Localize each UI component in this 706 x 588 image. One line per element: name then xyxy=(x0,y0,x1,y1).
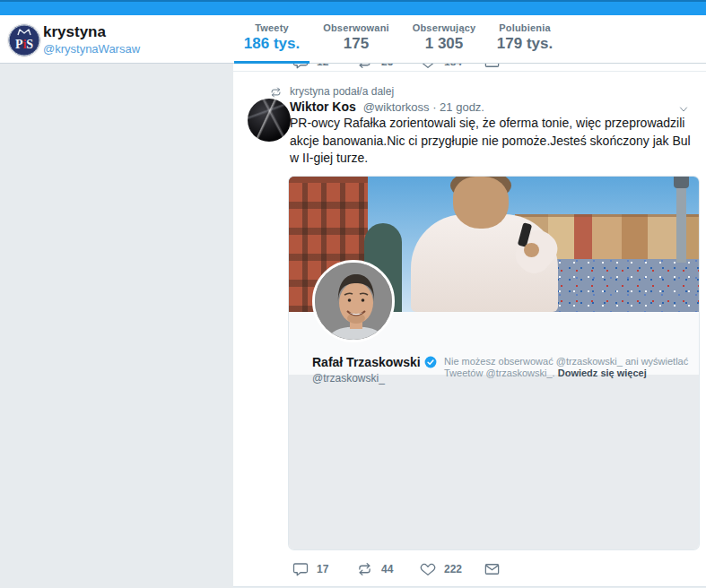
tab-followers[interactable]: Obserwujący 1 305 xyxy=(404,22,484,53)
profile-header: PiS krystyna @krystynaWarsaw Tweety 186 … xyxy=(0,15,706,64)
verified-badge-icon xyxy=(424,356,437,368)
profile-card-handle: @trzaskowski_ xyxy=(312,372,385,385)
tweet-text: PR-owcy Rafałka zorientowali się, że ofe… xyxy=(290,115,696,168)
tab-followers-value: 1 305 xyxy=(404,35,484,53)
learn-more-link[interactable]: Dowiedz się więcej xyxy=(558,368,647,378)
reply-button[interactable]: 12 xyxy=(292,64,356,70)
tab-tweets[interactable]: Tweety 186 tys. xyxy=(234,22,309,53)
reply-count: 17 xyxy=(317,563,328,575)
reply-icon xyxy=(292,561,309,577)
retweet-button[interactable]: 44 xyxy=(356,561,420,577)
profile-banner-edge xyxy=(0,0,706,15)
dm-envelope-icon xyxy=(484,561,501,577)
tab-likes-value: 179 tys. xyxy=(484,35,565,53)
twitter-profile-page: PiS krystyna @krystynaWarsaw Tweety 186 … xyxy=(0,0,706,588)
svg-text:PiS: PiS xyxy=(15,38,33,51)
like-button[interactable]: 184 xyxy=(420,64,484,70)
previous-tweet-clipped-actions: 12 25 184 xyxy=(233,64,706,71)
blocked-notice: Nie możesz obserwować @trzaskowski_ ani … xyxy=(444,356,698,379)
profile-name[interactable]: krystyna xyxy=(43,23,106,41)
tweet-author-meta[interactable]: @wiktorkoss · 21 godz. xyxy=(363,100,484,114)
tweet-author-avatar[interactable] xyxy=(248,99,291,142)
tab-likes[interactable]: Polubienia 179 tys. xyxy=(484,22,565,53)
dm-button[interactable] xyxy=(484,64,547,70)
retweet-button[interactable]: 25 xyxy=(356,64,420,70)
profile-card-avatar[interactable] xyxy=(312,260,395,342)
retweet-icon xyxy=(356,561,373,577)
tab-following-value: 175 xyxy=(316,35,397,53)
banner-speaker-head xyxy=(453,177,509,229)
banner-column-monument xyxy=(676,177,686,263)
tweet-action-bar: 17 44 222 xyxy=(292,560,633,578)
retweet-count: 25 xyxy=(381,64,393,68)
tab-tweets-value: 186 tys. xyxy=(234,35,309,53)
like-count: 222 xyxy=(444,563,462,575)
timeline: 12 25 184 krystyna podał/a dalej W xyxy=(233,64,706,588)
tab-followers-label: Obserwujący xyxy=(404,22,484,33)
pis-logo-icon: PiS xyxy=(8,24,40,56)
like-heart-icon xyxy=(420,64,436,70)
dm-button[interactable] xyxy=(484,561,547,577)
page-background-rail xyxy=(0,64,233,588)
quoted-profile-card[interactable]: Rafał Trzaskowski @trzaskowski_ Nie może… xyxy=(289,177,699,549)
tweet-header: Wiktor Kos @wiktorkoss · 21 godz. xyxy=(290,99,484,114)
tweet-author-name[interactable]: Wiktor Kos xyxy=(290,99,356,114)
like-heart-icon xyxy=(420,561,436,577)
tab-likes-label: Polubienia xyxy=(484,22,565,33)
profile-card-name[interactable]: Rafał Trzaskowski xyxy=(312,355,421,369)
tab-following[interactable]: Obserwowani 175 xyxy=(316,22,397,53)
banner-speaker-hand xyxy=(524,243,539,257)
profile-handle[interactable]: @krystynaWarsaw xyxy=(43,42,140,56)
profile-avatar[interactable]: PiS xyxy=(8,24,40,56)
tab-tweets-label: Tweety xyxy=(234,22,309,33)
banner-statue xyxy=(674,177,689,188)
retweet-count: 44 xyxy=(381,563,393,575)
retweet-icon xyxy=(356,64,373,70)
tweet-separator xyxy=(233,71,706,72)
retweet-context-icon xyxy=(269,86,283,99)
like-count: 184 xyxy=(444,64,462,68)
tab-following-label: Obserwowani xyxy=(316,22,397,33)
retweet-context-text[interactable]: krystyna podał/a dalej xyxy=(290,85,394,98)
reply-count: 12 xyxy=(317,64,328,68)
like-button[interactable]: 222 xyxy=(420,561,484,577)
dm-envelope-icon xyxy=(484,64,501,70)
reply-icon xyxy=(292,64,309,70)
chevron-down-icon[interactable] xyxy=(677,104,690,115)
reply-button[interactable]: 17 xyxy=(292,561,356,577)
profile-card-empty-panel xyxy=(289,375,699,549)
